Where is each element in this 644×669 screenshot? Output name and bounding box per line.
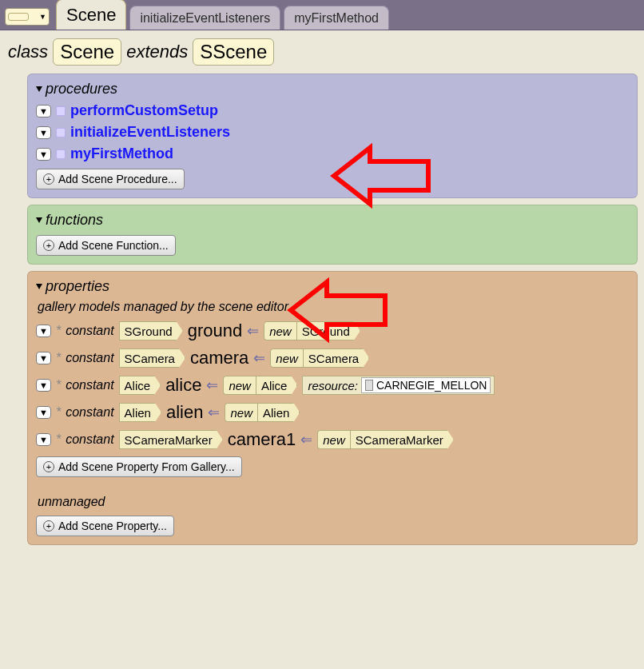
constructor-expr[interactable]: newAlien: [225, 403, 300, 422]
add-procedure-button[interactable]: + Add Scene Procedure...: [36, 169, 185, 189]
constructor-expr[interactable]: newAlice: [223, 376, 297, 395]
procedure-icon: [56, 106, 66, 116]
new-keyword: new: [223, 376, 256, 395]
procedures-section: procedures ▼ performCustomSetup ▼ initia…: [27, 74, 638, 198]
procedure-icon: [56, 128, 66, 137]
constructor-expr[interactable]: newSCameraMarker: [317, 430, 454, 449]
properties-title: properties: [46, 278, 109, 295]
type-badge[interactable]: SCamera: [119, 348, 185, 368]
functions-section: functions + Add Scene Function...: [27, 205, 638, 265]
chevron-down-icon: [36, 86, 42, 92]
procedures-title: procedures: [46, 81, 117, 98]
type-badge[interactable]: Alien: [119, 403, 161, 422]
constructor-expr[interactable]: newSGround: [264, 321, 360, 340]
property-name: alien: [166, 402, 203, 423]
row-expand-button[interactable]: ▼: [36, 406, 51, 419]
assign-arrow-icon: ⇐: [208, 404, 220, 421]
procedure-link[interactable]: myFirstMethod: [70, 145, 173, 162]
add-property-button[interactable]: + Add Scene Property...: [36, 516, 174, 536]
row-expand-button[interactable]: ▼: [36, 352, 51, 364]
new-keyword: new: [264, 321, 296, 340]
row-expand-button[interactable]: ▼: [36, 148, 51, 161]
resource-arg[interactable]: resource:CARNEGIE_MELLON: [302, 376, 495, 395]
constant-keyword: constant: [66, 405, 113, 420]
resource-thumb-icon: [365, 380, 373, 391]
tab-initializeEventListeners[interactable]: initializeEventListeners: [129, 6, 280, 30]
modifier-star: *: [56, 432, 61, 447]
add-property-gallery-label: Add Scene Property From Gallery...: [58, 460, 235, 473]
constructor-expr[interactable]: newSCamera: [270, 348, 369, 368]
extends-keyword: extends: [126, 42, 188, 62]
property-row: ▼*constantSCameraMarkercamera1⇐newSCamer…: [36, 429, 629, 450]
chevron-down-icon: [36, 284, 42, 289]
property-name: ground: [188, 321, 243, 341]
add-procedure-label: Add Scene Procedure...: [58, 173, 177, 185]
property-row: ▼*constantSCameracamera⇐newSCamera: [36, 348, 629, 368]
constant-keyword: constant: [66, 351, 113, 365]
property-name: camera1: [228, 429, 296, 450]
tab-bar: ▼ Scene initializeEventListeners myFirst…: [0, 0, 644, 30]
procedure-icon: [56, 149, 66, 159]
plus-icon: +: [43, 461, 54, 472]
unmanaged-subhead: unmanaged: [38, 495, 629, 509]
plus-icon: +: [43, 520, 54, 532]
procedure-row: ▼ myFirstMethod: [36, 145, 629, 162]
ctor-type-badge: Alice: [256, 376, 298, 395]
modifier-star: *: [56, 378, 61, 392]
row-expand-button[interactable]: ▼: [36, 433, 51, 446]
row-expand-button[interactable]: ▼: [36, 325, 51, 337]
assign-arrow-icon: ⇐: [247, 322, 259, 340]
procedure-row: ▼ initializeEventListeners: [36, 124, 629, 141]
row-expand-button[interactable]: ▼: [36, 379, 51, 392]
class-name-badge[interactable]: Scene: [53, 38, 121, 66]
constant-keyword: constant: [66, 324, 113, 338]
add-property-label: Add Scene Property...: [58, 520, 167, 532]
resource-value[interactable]: CARNEGIE_MELLON: [361, 377, 491, 393]
tab-scene[interactable]: Scene: [56, 0, 126, 30]
ctor-type-badge: SGround: [296, 321, 360, 340]
assign-arrow-icon: ⇐: [253, 349, 265, 367]
property-row: ▼*constantAlicealice⇐newAliceresource:CA…: [36, 375, 629, 396]
plus-icon: +: [43, 173, 54, 185]
ctor-type-badge: Alien: [257, 403, 300, 422]
row-expand-button[interactable]: ▼: [36, 126, 51, 139]
tab-myFirstMethod[interactable]: myFirstMethod: [284, 6, 389, 30]
functions-header[interactable]: functions: [36, 212, 629, 229]
modifier-star: *: [56, 405, 61, 420]
procedures-header[interactable]: procedures: [36, 81, 629, 98]
procedure-row: ▼ performCustomSetup: [36, 102, 629, 119]
class-keyword: class: [8, 42, 48, 62]
modifier-star: *: [56, 351, 61, 365]
assign-arrow-icon: ⇐: [300, 431, 312, 448]
properties-header[interactable]: properties: [36, 278, 629, 295]
new-keyword: new: [225, 403, 257, 422]
row-expand-button[interactable]: ▼: [36, 105, 51, 117]
type-badge[interactable]: SCameraMarker: [119, 430, 223, 449]
property-name: camera: [190, 348, 248, 368]
property-row: ▼*constantSGroundground⇐newSGround: [36, 321, 629, 341]
add-property-gallery-button[interactable]: + Add Scene Property From Gallery...: [36, 456, 242, 477]
procedure-link[interactable]: performCustomSetup: [70, 102, 218, 119]
type-badge[interactable]: Alice: [119, 376, 161, 395]
chevron-down-icon: [36, 217, 42, 223]
add-function-label: Add Scene Function...: [58, 239, 169, 252]
procedure-link[interactable]: initializeEventListeners: [70, 124, 230, 141]
class-signature: class Scene extends SScene: [0, 30, 644, 67]
new-keyword: new: [317, 430, 350, 449]
constant-keyword: constant: [66, 378, 113, 392]
ctor-type-badge: SCamera: [303, 348, 369, 368]
class-selector[interactable]: ▼: [5, 8, 50, 26]
constant-keyword: constant: [66, 432, 113, 447]
property-row: ▼*constantAlienalien⇐newAlien: [36, 402, 629, 423]
add-function-button[interactable]: + Add Scene Function...: [36, 235, 176, 256]
properties-section: properties gallery models managed by the…: [27, 271, 638, 545]
super-name-badge[interactable]: SScene: [193, 38, 274, 66]
modifier-star: *: [56, 324, 61, 338]
managed-subhead: gallery models managed by the scene edit…: [38, 300, 629, 314]
ctor-type-badge: SCameraMarker: [350, 430, 454, 449]
assign-arrow-icon: ⇐: [206, 376, 218, 394]
resource-label: resource:: [308, 379, 358, 392]
property-name: alice: [165, 375, 201, 396]
type-badge[interactable]: SGround: [119, 321, 183, 340]
new-keyword: new: [270, 348, 303, 368]
